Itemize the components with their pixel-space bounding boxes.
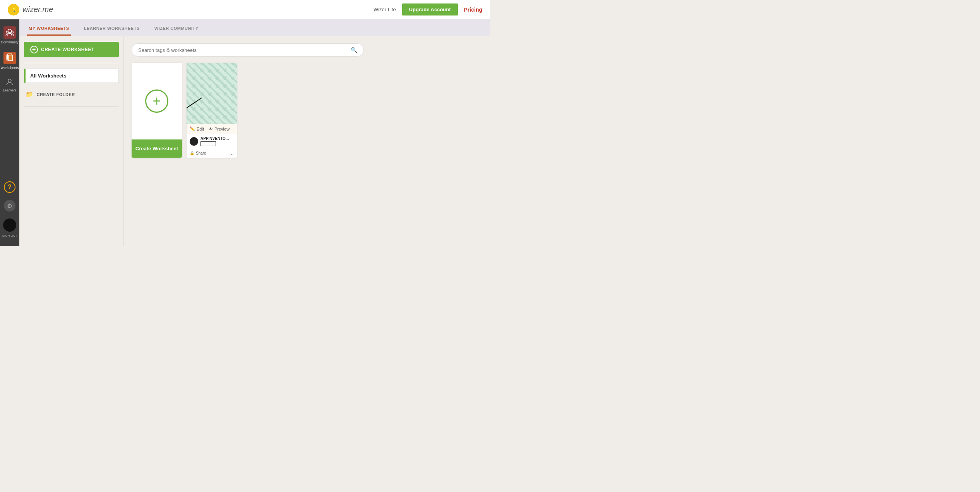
sidebar-item-community[interactable]: Community [0,23,19,47]
worksheet-thumbnail [187,63,237,124]
worksheet-card-info: APPINVENTO... [187,134,237,148]
divider-2 [24,107,119,107]
worksheets-label: Worksheets [0,66,19,70]
upgrade-account-button[interactable]: Upgrade Account [402,3,458,15]
divider-1 [24,63,119,63]
main-content: 🔍 + Create Worksheet [124,36,490,246]
learners-label: Learners [3,88,17,92]
community-icon-box [3,26,16,39]
author-name: APPINVENTO... [200,136,229,141]
worksheet-card-actions: ✏️ Edit 👁 Preview [187,124,237,134]
preview-icon: 👁 [209,127,213,131]
question-icon: ? [8,184,12,191]
sidebar-item-worksheets[interactable]: Worksheets [0,49,19,73]
svg-text:💡: 💡 [12,7,17,12]
sidebar: Community Worksheets Learners ? [0,19,19,246]
wizer-lite-link[interactable]: Wizer Lite [373,7,396,12]
edit-label: Edit [197,127,204,131]
learners-icon [5,77,14,87]
create-folder-item[interactable]: 📁 CREATE FOLDER [24,88,119,101]
community-label: Community [1,40,19,44]
worksheets-icon-box [3,52,16,64]
all-worksheets-item[interactable]: All Worksheets [24,69,119,83]
sign-out-label[interactable]: SIGN OUT [2,234,17,237]
gear-icon: ⚙ [7,202,12,210]
community-icon [5,28,14,37]
app-header: 💡 wizer.me Wizer Lite Upgrade Account Pr… [0,0,490,19]
sidebar-item-learners[interactable]: Learners [0,74,19,95]
author-info: APPINVENTO... [200,136,229,146]
content-area: MY WORKSHEETS LEARNER WORKSHEETS WIZER C… [19,19,490,246]
folder-icon: 📁 [26,91,34,98]
share-icon: 🔒 [190,151,194,155]
left-panel: + CREATE WORKSHEET All Worksheets 📁 CREA… [19,36,124,246]
create-worksheet-button[interactable]: + CREATE WORKSHEET [24,42,119,57]
tab-learner-worksheets[interactable]: LEARNER WORKSHEETS [82,22,141,36]
svg-point-8 [8,79,11,82]
create-worksheet-card[interactable]: + Create Worksheet [132,63,182,158]
header-right: Wizer Lite Upgrade Account Pricing [373,3,482,15]
create-folder-label: CREATE FOLDER [37,92,75,97]
edit-icon: ✏️ [190,126,195,131]
main-layout: Community Worksheets Learners ? [0,19,490,246]
tabs-bar: MY WORKSHEETS LEARNER WORKSHEETS WIZER C… [19,19,490,36]
create-card-bottom: Create Worksheet [132,139,182,158]
svg-rect-7 [9,55,13,60]
logo: 💡 wizer.me [8,4,53,15]
more-button[interactable]: ... [229,150,234,156]
tab-my-worksheets[interactable]: MY WORKSHEETS [27,22,71,36]
all-worksheets-label: All Worksheets [30,73,67,79]
search-icon: 🔍 [351,47,357,53]
author-tag [200,141,216,146]
plus-circle-large-icon: + [145,89,168,113]
help-button[interactable]: ? [4,181,15,193]
logo-icon: 💡 [8,4,19,15]
create-worksheet-label: CREATE WORKSHEET [41,47,94,52]
search-bar[interactable]: 🔍 [132,43,364,57]
svg-point-3 [6,31,8,33]
logo-text: wizer.me [22,5,53,14]
plus-circle-icon: + [30,46,38,53]
share-label: Share [196,151,206,155]
svg-point-4 [11,31,13,33]
share-button[interactable]: 🔒 Share [190,151,206,155]
author-avatar [190,137,198,146]
worksheet-author: APPINVENTO... [190,136,234,146]
preview-label: Preview [214,127,230,131]
more-icon: ... [229,150,234,156]
worksheet-card: ✏️ Edit 👁 Preview [187,63,237,158]
settings-button[interactable]: ⚙ [4,200,15,212]
edit-button[interactable]: ✏️ Edit [190,126,204,131]
tab-wizer-community[interactable]: WIZER COMMUNITY [153,22,200,36]
preview-button[interactable]: 👁 Preview [209,126,230,131]
worksheets-grid: + Create Worksheet ✏️ Edit [132,63,482,158]
worksheets-icon [5,53,14,63]
create-card-top: + [132,63,182,139]
create-card-label: Create Worksheet [135,146,178,151]
search-input[interactable] [138,47,348,53]
worksheet-card-footer: 🔒 Share ... [187,148,237,158]
panels: + CREATE WORKSHEET All Worksheets 📁 CREA… [19,36,490,246]
pricing-link[interactable]: Pricing [464,7,482,13]
user-avatar[interactable] [3,218,16,232]
